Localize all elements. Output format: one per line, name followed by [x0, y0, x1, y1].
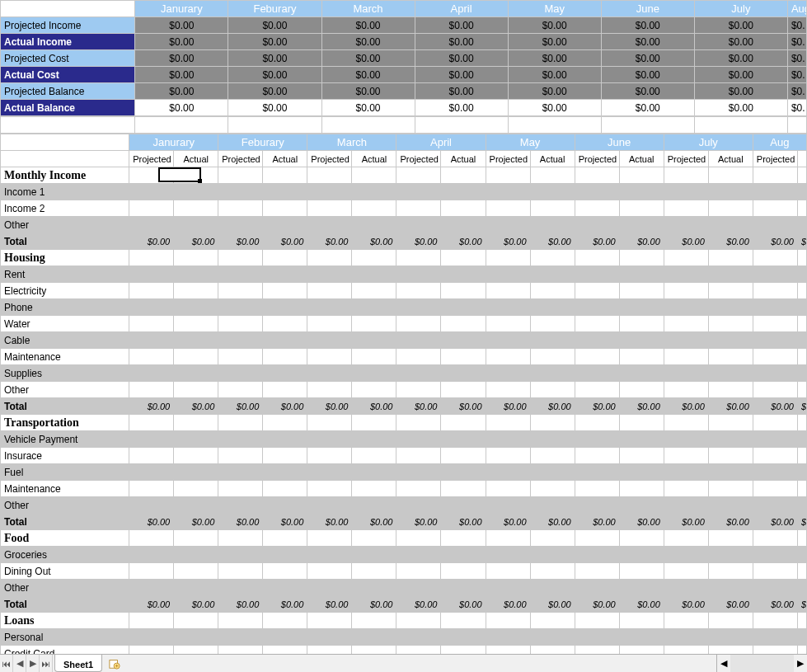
- item-label[interactable]: Supplies: [1, 365, 129, 382]
- cell[interactable]: [441, 332, 486, 349]
- cell[interactable]: [174, 431, 218, 448]
- horizontal-scrollbar[interactable]: ◀ ▶: [716, 655, 807, 672]
- cell[interactable]: [575, 184, 619, 200]
- total-label[interactable]: Total: [1, 596, 129, 613]
- total-cell[interactable]: $0.00: [307, 514, 352, 530]
- total-cell[interactable]: $0.00: [530, 398, 575, 415]
- cell[interactable]: [352, 349, 396, 365]
- summary-cell[interactable]: $0.00: [415, 67, 508, 83]
- cell[interactable]: [263, 184, 307, 200]
- total-cell[interactable]: $0.00: [441, 514, 486, 530]
- cell[interactable]: [753, 415, 797, 431]
- cell[interactable]: [174, 266, 218, 283]
- cell[interactable]: [753, 481, 797, 497]
- cell[interactable]: [218, 431, 263, 448]
- item-label[interactable]: Groceries: [1, 547, 129, 563]
- cell[interactable]: [174, 580, 218, 596]
- month-header[interactable]: Janurary: [135, 1, 228, 17]
- cell[interactable]: [396, 299, 441, 316]
- cell[interactable]: [441, 382, 486, 398]
- cell[interactable]: [441, 497, 486, 514]
- cell[interactable]: [396, 629, 441, 646]
- cell[interactable]: [129, 629, 174, 646]
- item-label[interactable]: Cable: [1, 332, 129, 349]
- cell[interactable]: [218, 448, 263, 464]
- total-cell[interactable]: $0.00: [129, 398, 174, 415]
- cell[interactable]: [575, 217, 619, 233]
- cell[interactable]: [619, 250, 664, 266]
- sub-header[interactable]: Projected: [129, 151, 174, 167]
- cell[interactable]: [396, 250, 441, 266]
- cell[interactable]: [129, 646, 174, 655]
- cell[interactable]: [753, 184, 797, 200]
- total-cell[interactable]: $0.00: [664, 398, 708, 415]
- cell[interactable]: [263, 200, 307, 217]
- total-cell[interactable]: $0.00: [708, 514, 753, 530]
- cell[interactable]: [753, 448, 797, 464]
- month-header[interactable]: March: [307, 134, 396, 151]
- cell[interactable]: [575, 365, 619, 382]
- cell[interactable]: [441, 217, 486, 233]
- total-cell[interactable]: $0.00: [530, 514, 575, 530]
- cell[interactable]: [530, 448, 575, 464]
- cell[interactable]: [441, 431, 486, 448]
- total-cell[interactable]: $0.00: [352, 398, 396, 415]
- cell[interactable]: [619, 629, 664, 646]
- cell[interactable]: [486, 464, 530, 481]
- summary-cell[interactable]: $0.00: [228, 50, 321, 67]
- cell[interactable]: [263, 530, 307, 547]
- cell[interactable]: [664, 332, 708, 349]
- summary-cell[interactable]: $0.00: [601, 67, 694, 83]
- cell[interactable]: [486, 332, 530, 349]
- cell[interactable]: [307, 547, 352, 563]
- cell[interactable]: [352, 184, 396, 200]
- summary-cell[interactable]: $0.00: [415, 100, 508, 116]
- summary-cell[interactable]: $0.00: [508, 67, 601, 83]
- cell[interactable]: [619, 646, 664, 655]
- sub-header[interactable]: Actual: [708, 151, 753, 167]
- cell[interactable]: [352, 365, 396, 382]
- cell[interactable]: [797, 283, 806, 299]
- cell[interactable]: [129, 299, 174, 316]
- cell[interactable]: [486, 613, 530, 629]
- cell[interactable]: [263, 382, 307, 398]
- item-label[interactable]: Other: [1, 217, 129, 233]
- cell[interactable]: [218, 266, 263, 283]
- cell[interactable]: [619, 365, 664, 382]
- cell[interactable]: [797, 217, 806, 233]
- cell[interactable]: [486, 200, 530, 217]
- total-cell[interactable]: $0.00: [575, 398, 619, 415]
- cell[interactable]: [352, 431, 396, 448]
- cell[interactable]: [218, 167, 263, 184]
- cell[interactable]: [129, 481, 174, 497]
- total-cell[interactable]: $0.00: [664, 514, 708, 530]
- cell[interactable]: [708, 464, 753, 481]
- cell[interactable]: [797, 332, 806, 349]
- cell[interactable]: [797, 316, 806, 332]
- cell[interactable]: [753, 299, 797, 316]
- cell[interactable]: [753, 250, 797, 266]
- summary-cell[interactable]: $0.00: [321, 17, 415, 34]
- total-cell[interactable]: $0.00: [218, 233, 263, 250]
- cell[interactable]: [708, 646, 753, 655]
- summary-cell[interactable]: $0.00: [415, 50, 508, 67]
- cell[interactable]: [396, 200, 441, 217]
- cell[interactable]: [263, 563, 307, 580]
- total-cell[interactable]: $0.00: [174, 596, 218, 613]
- summary-row-label[interactable]: Actual Balance: [1, 100, 135, 116]
- cell[interactable]: [708, 629, 753, 646]
- cell[interactable]: [664, 415, 708, 431]
- cell[interactable]: [530, 299, 575, 316]
- sub-header[interactable]: Actual: [530, 151, 575, 167]
- summary-cell[interactable]: $0.00: [228, 34, 321, 50]
- sub-header[interactable]: Projected: [396, 151, 441, 167]
- cell[interactable]: [797, 365, 806, 382]
- cell[interactable]: [396, 481, 441, 497]
- summary-cell-partial[interactable]: $0.: [787, 100, 806, 116]
- cell[interactable]: [129, 448, 174, 464]
- cell[interactable]: [797, 646, 806, 655]
- summary-cell[interactable]: $0.00: [135, 34, 228, 50]
- cell[interactable]: [174, 299, 218, 316]
- cell[interactable]: [530, 316, 575, 332]
- cell[interactable]: [753, 580, 797, 596]
